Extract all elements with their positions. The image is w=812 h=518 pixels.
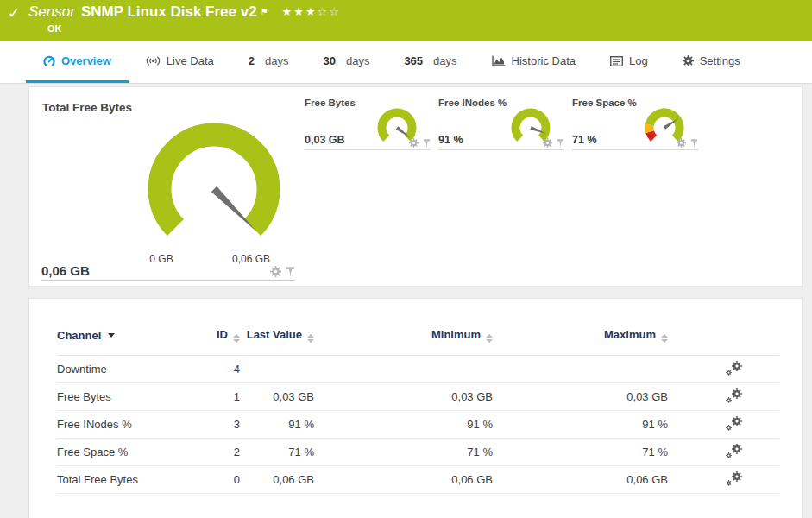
channel-id: 1	[178, 383, 240, 411]
channel-minimum: 0,06 GB	[314, 466, 493, 494]
gear-icon[interactable]	[270, 266, 281, 277]
channel-settings-icon[interactable]	[726, 388, 742, 403]
sensor-status-header: ✓ SensorSNMP Linux Disk Free v2⚑★★★☆☆ OK	[0, 0, 812, 41]
tab-label: Overview	[61, 54, 111, 67]
tab-day-count: 365	[404, 54, 423, 67]
channel-minimum	[314, 356, 493, 383]
channels-table: Channel ID Last Value Minimum Maximum	[57, 299, 779, 494]
tab-overview[interactable]: Overview	[26, 41, 129, 83]
gauge-block-free-inodes[interactable]: Free INodes % 91 %	[438, 98, 564, 150]
tab-live-data[interactable]: Live Data	[129, 41, 231, 83]
gauge-block-free-bytes[interactable]: Free Bytes 0,03 GB	[305, 98, 431, 150]
channel-row-free-bytes[interactable]: Free Bytes 1 0,03 GB 0,03 GB 0,03 GB	[57, 383, 779, 411]
column-header-minimum[interactable]: Minimum	[314, 299, 493, 356]
sensor-title: SNMP Linux Disk Free v2	[81, 3, 257, 20]
pin-icon[interactable]	[286, 267, 295, 277]
tab-historic-data[interactable]: Historic Data	[475, 41, 593, 83]
tab-label: days	[433, 54, 456, 67]
gear-icon[interactable]	[409, 138, 419, 148]
channel-id: -4	[178, 356, 240, 383]
channel-maximum: 0,03 GB	[493, 383, 668, 411]
channel-last-value: 0,03 GB	[240, 383, 314, 411]
tab-2-days[interactable]: 2days	[231, 41, 306, 83]
channel-last-value	[240, 356, 314, 383]
channels-panel: Channel ID Last Value Minimum Maximum	[28, 298, 803, 518]
column-header-last-value[interactable]: Last Value	[240, 299, 314, 356]
channel-minimum: 91 %	[314, 411, 493, 439]
channel-name: Free Space %	[57, 439, 178, 466]
gauge-value: 71 %	[572, 134, 597, 146]
channel-last-value: 71 %	[240, 439, 314, 466]
tab-day-count: 30	[323, 54, 335, 67]
channel-maximum	[493, 356, 668, 383]
gauge-dial	[145, 120, 283, 258]
channel-name: Total Free Bytes	[57, 466, 178, 494]
tab-bar: Overview Live Data 2days 30days 365days …	[0, 41, 812, 84]
channel-minimum: 0,03 GB	[314, 383, 493, 411]
channel-maximum: 71 %	[493, 439, 668, 466]
sensor-status-badge: OK	[47, 23, 341, 34]
column-header-channel[interactable]: Channel	[57, 299, 178, 356]
tab-day-count: 2	[249, 54, 255, 67]
channel-last-value: 91 %	[240, 411, 314, 439]
live-signal-icon	[146, 55, 161, 66]
sort-descending-icon	[108, 333, 115, 338]
gear-icon[interactable]	[677, 138, 686, 148]
channel-row-free-inodes[interactable]: Free INodes % 3 91 % 91 % 91 %	[57, 411, 779, 439]
log-list-icon	[610, 56, 623, 66]
tab-label: Settings	[700, 54, 740, 67]
channel-row-free-space[interactable]: Free Space % 2 71 % 71 % 71 %	[57, 439, 779, 466]
channel-name: Downtime	[57, 356, 178, 383]
tab-log[interactable]: Log	[593, 41, 665, 83]
tab-365-days[interactable]: 365days	[387, 41, 474, 83]
gauge-value: 0,06 GB	[41, 263, 90, 278]
priority-flag-icon[interactable]: ⚑	[261, 7, 268, 16]
channel-settings-icon[interactable]	[726, 361, 742, 376]
tab-label: Historic Data	[512, 54, 576, 67]
channel-settings-icon[interactable]	[726, 471, 742, 486]
channel-row-total-free-bytes[interactable]: Total Free Bytes 0 0,06 GB 0,06 GB 0,06 …	[57, 466, 779, 494]
channel-maximum: 0,06 GB	[493, 466, 668, 494]
object-kind-label: Sensor	[28, 3, 75, 20]
channel-settings-icon[interactable]	[726, 444, 742, 458]
channel-id: 3	[178, 411, 240, 439]
gauge-value: 91 %	[438, 134, 463, 146]
channel-row-downtime[interactable]: Downtime -4	[57, 356, 779, 383]
tab-label: days	[265, 54, 288, 67]
gauge-value: 0,03 GB	[305, 134, 345, 146]
gauge-title: Total Free Bytes	[42, 101, 132, 114]
rating-stars[interactable]: ★★★☆☆	[282, 5, 341, 18]
column-header-settings	[668, 299, 779, 356]
prtg-sensor-page: { "header": { "kind_label": "Sensor", "t…	[0, 0, 812, 518]
sort-icon	[307, 334, 314, 343]
channel-last-value: 0,06 GB	[240, 466, 314, 494]
column-header-maximum[interactable]: Maximum	[493, 299, 668, 356]
status-ok-check-icon: ✓	[8, 4, 20, 22]
tab-label: days	[346, 54, 369, 67]
gauge-block-free-space[interactable]: Free Space % 71 %	[572, 98, 698, 150]
area-chart-icon	[492, 55, 506, 66]
pin-icon[interactable]	[557, 139, 564, 148]
channel-name: Free INodes %	[57, 411, 178, 439]
sort-icon	[486, 334, 493, 343]
tab-30-days[interactable]: 30days	[305, 41, 387, 83]
channel-id: 2	[178, 439, 240, 466]
tab-label: Log	[629, 54, 648, 67]
channel-minimum: 71 %	[314, 439, 493, 466]
sort-icon	[233, 334, 240, 343]
channel-settings-icon[interactable]	[726, 416, 742, 431]
gear-icon[interactable]	[543, 138, 552, 148]
column-header-id[interactable]: ID	[178, 299, 240, 356]
pin-icon[interactable]	[423, 139, 431, 148]
gauges-panel: Total Free Bytes 0 GB 0,06 GB 0,06 GB Fr…	[28, 86, 803, 287]
pin-icon[interactable]	[690, 139, 698, 148]
gear-icon	[683, 55, 694, 66]
channel-maximum: 91 %	[493, 411, 668, 439]
channel-name: Free Bytes	[57, 383, 178, 411]
tab-label: Live Data	[167, 54, 214, 67]
gauge-icon	[43, 55, 55, 67]
table-header-row: Channel ID Last Value Minimum Maximum	[57, 299, 779, 356]
channel-id: 0	[178, 466, 240, 494]
sort-icon	[661, 334, 668, 343]
tab-settings[interactable]: Settings	[665, 41, 758, 83]
